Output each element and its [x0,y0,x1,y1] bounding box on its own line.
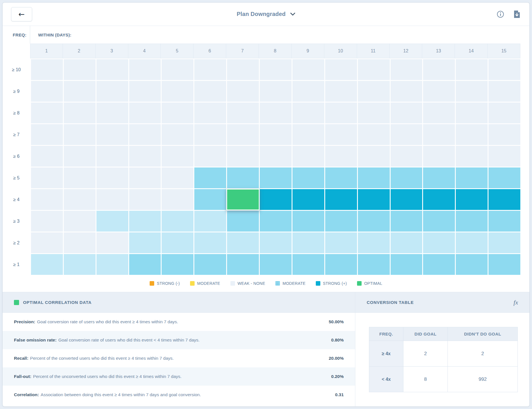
heatmap-cell[interactable] [292,232,324,253]
heatmap-cell[interactable] [227,211,259,232]
heatmap-cell[interactable] [31,146,63,167]
heatmap-cell[interactable] [325,103,357,123]
heatmap-cell[interactable] [194,189,226,210]
heatmap-cell[interactable] [292,189,324,210]
heatmap-cell[interactable] [391,167,422,188]
heatmap-cell[interactable] [64,103,96,123]
heatmap-cell[interactable] [31,124,63,145]
heatmap-cell[interactable] [162,59,193,80]
heatmap-cell[interactable] [227,81,259,102]
heatmap-cell[interactable] [358,232,390,253]
heatmap-cell[interactable] [423,254,455,275]
heatmap-cell[interactable] [162,167,193,188]
heatmap-cell[interactable] [488,189,520,210]
heatmap-cell[interactable] [162,232,193,253]
heatmap-cell[interactable] [227,254,259,275]
heatmap-cell[interactable] [260,59,292,80]
heatmap-cell[interactable] [129,167,161,188]
heatmap-cell[interactable] [488,254,520,275]
formula-toggle-button[interactable]: fx [514,299,518,306]
info-button[interactable] [496,10,504,18]
heatmap-cell[interactable] [423,232,455,253]
heatmap-cell[interactable] [226,189,259,210]
heatmap-cell[interactable] [358,146,390,167]
heatmap-cell[interactable] [96,103,128,123]
heatmap-cell[interactable] [194,254,226,275]
heatmap-cell[interactable] [358,167,390,188]
heatmap-cell[interactable] [162,189,193,210]
heatmap-cell[interactable] [260,167,292,188]
heatmap-cell[interactable] [96,124,128,145]
heatmap-cell[interactable] [194,146,226,167]
heatmap-cell[interactable] [488,167,520,188]
heatmap-cell[interactable] [488,146,520,167]
heatmap-cell[interactable] [96,59,128,80]
heatmap-cell[interactable] [96,254,128,275]
heatmap-cell[interactable] [488,211,520,232]
heatmap-cell[interactable] [260,211,292,232]
heatmap-cell[interactable] [129,189,161,210]
heatmap-cell[interactable] [292,59,324,80]
heatmap-cell[interactable] [31,81,63,102]
heatmap-cell[interactable] [260,124,292,145]
heatmap-cell[interactable] [194,211,226,232]
heatmap-cell[interactable] [456,189,488,210]
heatmap-cell[interactable] [488,59,520,80]
heatmap-cell[interactable] [129,103,161,123]
heatmap-cell[interactable] [64,232,96,253]
heatmap-cell[interactable] [227,124,259,145]
heatmap-cell[interactable] [456,254,488,275]
heatmap-cell[interactable] [488,232,520,253]
heatmap-cell[interactable] [260,232,292,253]
heatmap-cell[interactable] [325,124,357,145]
heatmap-cell[interactable] [227,232,259,253]
heatmap-cell[interactable] [31,167,63,188]
heatmap-cell[interactable] [260,254,292,275]
heatmap-cell[interactable] [162,103,193,123]
heatmap-cell[interactable] [325,146,357,167]
heatmap-cell[interactable] [96,189,128,210]
heatmap-cell[interactable] [488,103,520,123]
heatmap-cell[interactable] [325,232,357,253]
heatmap-cell[interactable] [194,81,226,102]
heatmap-cell[interactable] [391,59,422,80]
heatmap-cell[interactable] [358,59,390,80]
heatmap-cell[interactable] [129,211,161,232]
heatmap-cell[interactable] [129,232,161,253]
heatmap-cell[interactable] [64,189,96,210]
heatmap-cell[interactable] [31,103,63,123]
heatmap-cell[interactable] [325,167,357,188]
heatmap-cell[interactable] [391,189,422,210]
heatmap-cell[interactable] [31,232,63,253]
heatmap-cell[interactable] [391,232,422,253]
heatmap-cell[interactable] [96,81,128,102]
heatmap-cell[interactable] [292,103,324,123]
heatmap-cell[interactable] [423,81,455,102]
heatmap-cell[interactable] [423,124,455,145]
heatmap-cell[interactable] [227,59,259,80]
heatmap-cell[interactable] [129,59,161,80]
heatmap-cell[interactable] [391,254,422,275]
heatmap-cell[interactable] [292,167,324,188]
heatmap-cell[interactable] [194,59,226,80]
heatmap-cell[interactable] [64,254,96,275]
heatmap-cell[interactable] [194,232,226,253]
heatmap-cell[interactable] [391,211,422,232]
heatmap-cell[interactable] [488,81,520,102]
heatmap-cell[interactable] [391,146,422,167]
heatmap-cell[interactable] [64,124,96,145]
heatmap-cell[interactable] [227,167,259,188]
heatmap-cell[interactable] [358,103,390,123]
heatmap-cell[interactable] [96,146,128,167]
heatmap-cell[interactable] [325,59,357,80]
heatmap-cell[interactable] [129,81,161,102]
heatmap-cell[interactable] [423,103,455,123]
heatmap-cell[interactable] [358,81,390,102]
heatmap-cell[interactable] [423,167,455,188]
heatmap-cell[interactable] [358,254,390,275]
heatmap-cell[interactable] [64,59,96,80]
heatmap-cell[interactable] [31,254,63,275]
heatmap-cell[interactable] [423,146,455,167]
heatmap-cell[interactable] [31,211,63,232]
heatmap-cell[interactable] [423,59,455,80]
